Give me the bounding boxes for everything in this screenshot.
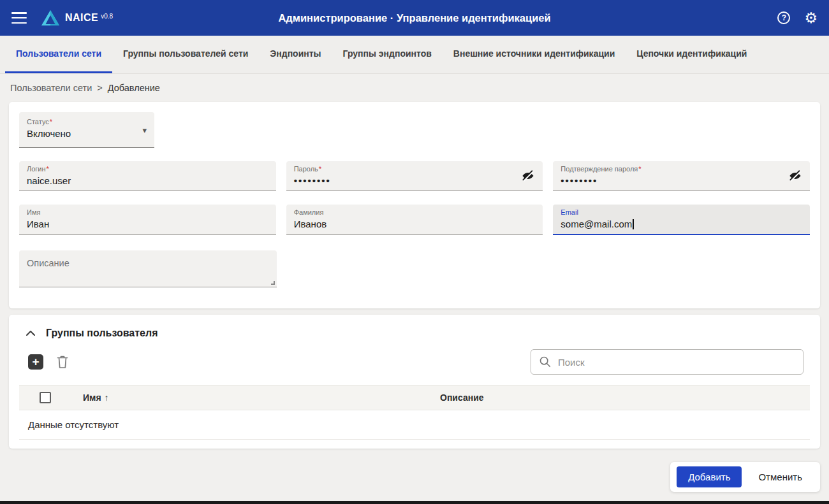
select-all-cell [28, 392, 73, 403]
empty-state-text: Данные отсутствуют [28, 419, 119, 430]
password-field[interactable]: Пароль* •••••••• [286, 161, 543, 191]
table-header-row: Имя ↑ Описание [19, 385, 810, 410]
sort-ascending-icon: ↑ [105, 392, 109, 403]
help-icon[interactable]: ? [777, 11, 790, 24]
email-field[interactable]: Email some@mail.com [553, 205, 810, 235]
form-row-personal: Имя Иван Фамилия Иванов Email some@mail.… [19, 205, 810, 235]
first-name-field[interactable]: Имя Иван [19, 205, 276, 235]
logo-icon [41, 10, 60, 26]
group-search [531, 349, 803, 375]
breadcrumb-parent[interactable]: Пользователи сети [10, 83, 92, 93]
required-marker: * [50, 118, 52, 126]
form-row-credentials: Логин* naice.user Пароль* •••••••• Подтв… [19, 161, 810, 191]
delete-icon[interactable] [56, 355, 69, 369]
tab-endpoints[interactable]: Эндпоинты [259, 36, 332, 73]
groups-section-title: Группы пользователя [46, 328, 158, 339]
topbar-actions: ? ⚙ [777, 11, 818, 25]
tab-endpoint-groups[interactable]: Группы эндпоинтов [332, 36, 443, 73]
tab-network-users[interactable]: Пользователи сети [5, 36, 112, 73]
required-marker: * [47, 165, 49, 173]
resize-handle[interactable] [271, 281, 275, 285]
password-confirm-value: •••••••• [561, 174, 802, 187]
cancel-button[interactable]: Отменить [747, 466, 814, 487]
search-icon [539, 356, 552, 368]
login-value: naice.user [27, 174, 268, 187]
add-group-button[interactable]: + [28, 354, 43, 370]
email-value: some@mail.com [561, 217, 802, 231]
password-label: Пароль* [294, 165, 536, 173]
groups-toolbar: + [19, 349, 810, 375]
last-name-value: Иванов [294, 217, 536, 231]
visibility-off-icon[interactable] [788, 169, 802, 183]
tab-external-identity-sources[interactable]: Внешние источники идентификации [443, 36, 626, 73]
select-all-checkbox[interactable] [40, 392, 51, 403]
last-name-field[interactable]: Фамилия Иванов [286, 205, 543, 235]
status-label: Статус* [27, 118, 147, 126]
required-marker: * [638, 165, 641, 173]
submit-button[interactable]: Добавить [677, 466, 742, 487]
visibility-off-icon[interactable] [521, 169, 535, 183]
app-version: v0.8 [101, 11, 113, 22]
groups-table: Имя ↑ Описание Данные отсутствуют [19, 385, 810, 440]
user-form-card: Статус* Включено ▾ Логин* naice.user Пар… [9, 102, 820, 308]
password-confirm-field[interactable]: Подтверждение пароля* •••••••• [553, 161, 810, 191]
password-confirm-label: Подтверждение пароля* [561, 165, 802, 173]
tab-identity-chains[interactable]: Цепочки идентификаций [626, 36, 758, 73]
form-action-bar: Добавить Отменить [670, 462, 820, 492]
tab-network-user-groups[interactable]: Группы пользователей сети [112, 36, 259, 73]
login-field[interactable]: Логин* naice.user [19, 161, 276, 191]
last-name-label: Фамилия [294, 208, 536, 217]
status-select[interactable]: Статус* Включено ▾ [19, 112, 154, 148]
description-label: Описание [27, 259, 269, 268]
login-label: Логин* [27, 165, 268, 173]
table-empty-row: Данные отсутствуют [19, 410, 810, 440]
groups-section-header: Группы пользователя [19, 324, 810, 339]
email-label: Email [561, 208, 802, 217]
user-groups-card: Группы пользователя + Имя [9, 315, 820, 449]
breadcrumb-separator: > [97, 83, 102, 93]
breadcrumb-current: Добавление [108, 83, 160, 93]
gear-icon[interactable]: ⚙ [804, 11, 818, 25]
required-marker: * [319, 165, 321, 173]
menu-icon[interactable] [11, 12, 27, 24]
top-bar: NAICE v0.8 Администрирование · Управлени… [0, 0, 829, 36]
app-name: NAICE [65, 10, 98, 26]
groups-toolbar-actions: + [28, 354, 69, 370]
search-input[interactable] [558, 357, 795, 368]
chevron-up-icon[interactable] [26, 330, 36, 336]
column-header-name[interactable]: Имя ↑ [73, 392, 430, 403]
column-header-description[interactable]: Описание [430, 392, 801, 403]
page-title: Администрирование · Управление идентифик… [278, 12, 550, 24]
first-name-value: Иван [27, 217, 268, 231]
status-value: Включено [27, 127, 147, 140]
description-field[interactable]: Описание [19, 250, 277, 287]
breadcrumb: Пользователи сети > Добавление [0, 74, 829, 102]
app-logo: NAICE v0.8 [41, 10, 113, 26]
window-bottom-edge [0, 501, 829, 504]
text-caret [633, 219, 634, 229]
password-value: •••••••• [294, 174, 536, 187]
first-name-label: Имя [27, 208, 268, 217]
tab-bar: Пользователи сети Группы пользователей с… [0, 36, 829, 74]
